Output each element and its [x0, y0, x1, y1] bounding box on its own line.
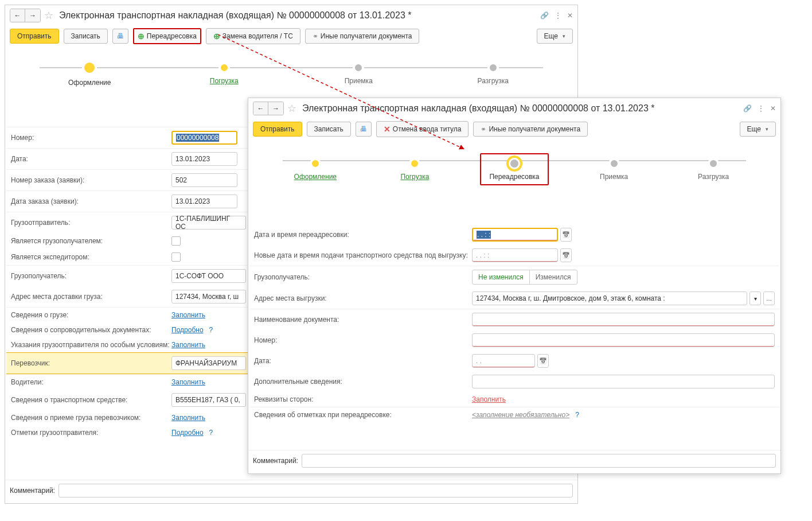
stage2-dot-3 [509, 158, 520, 169]
num2-input[interactable] [472, 333, 775, 347]
calendar-icon[interactable] [560, 228, 572, 242]
comment-input[interactable] [58, 484, 573, 497]
comment-row: Комментарий: [5, 480, 577, 501]
comment-input-2[interactable] [302, 454, 776, 468]
notes-link[interactable]: Подробно [171, 429, 204, 437]
more-icon-2[interactable]: ⋮ [758, 104, 764, 112]
stage-label-3: Приемка [345, 77, 373, 85]
cancel-title-button[interactable]: ✕Отмена ввода титула [376, 121, 469, 137]
accept-link[interactable]: Заполнить [171, 414, 205, 422]
dropdown-button[interactable]: ▾ [749, 291, 761, 305]
docname-input[interactable] [472, 313, 775, 326]
close-icon[interactable]: ✕ [567, 11, 573, 20]
carrier-label: Перевозчик: [11, 359, 171, 367]
is-forwarder-checkbox[interactable] [171, 252, 181, 262]
recipients-button-2[interactable]: ⚭Иные получатели документа [473, 122, 588, 137]
ellipsis-button[interactable]: … [763, 291, 775, 305]
consignee-label: Грузополучатель: [11, 272, 171, 280]
stage-label-2[interactable]: Погрузка [210, 77, 239, 85]
calendar-icon[interactable] [537, 354, 549, 368]
redirect-button[interactable]: ⊕Переадресовка [133, 28, 201, 44]
is-consignee-checkbox[interactable] [171, 236, 181, 246]
nav-forward[interactable]: → [25, 9, 40, 22]
date2-label: Дата: [254, 357, 472, 365]
unload-addr-input[interactable]: 127434, Москва г, ш. Дмитровское, дом 9,… [472, 291, 747, 305]
recipients-button[interactable]: ⚭Иные получатели документа [305, 29, 420, 44]
send-button-2[interactable]: Отправить [253, 122, 302, 137]
order-num-input[interactable]: 502 [171, 173, 237, 187]
stage2-dot-1 [310, 158, 321, 169]
nav-back-2[interactable]: ← [253, 102, 268, 115]
toolbar: Отправить Записать 🖶 ⊕Переадресовка ⊕Зам… [5, 26, 577, 50]
extra-input[interactable] [472, 375, 775, 388]
link-icon[interactable]: 🔗 [540, 11, 549, 20]
help-icon[interactable]: ? [575, 411, 579, 419]
parties-link[interactable]: Заполнить [472, 395, 506, 403]
consignee-toggle: Не изменилсяИзменился [472, 270, 577, 285]
save-button[interactable]: Записать [64, 29, 108, 44]
shipper-input[interactable]: 1С-ПАБЛИШИНГ ОС [171, 216, 246, 230]
toolbar-2: Отправить Записать 🖶 ✕Отмена ввода титул… [248, 119, 780, 143]
favorite-icon-2[interactable]: ☆ [287, 102, 296, 115]
new-dt-label: Новые дата и время подачи транспортного … [254, 251, 472, 259]
window-title: Электронная транспортная накладная (вход… [59, 10, 537, 21]
titlebar-2: ← → ☆ Электронная транспортная накладная… [248, 98, 780, 119]
drivers-link[interactable]: Заполнить [171, 378, 205, 386]
print-icon: 🖶 [360, 125, 367, 133]
more-button[interactable]: Еще [537, 29, 573, 44]
change-driver-label: Замена водителя / ТС [222, 32, 293, 40]
nav-back[interactable]: ← [10, 9, 25, 22]
stage2-label-2[interactable]: Погрузка [400, 173, 429, 181]
date-input[interactable]: 13.01.2023 [171, 152, 237, 166]
more-icon[interactable]: ⋮ [555, 11, 561, 20]
date2-input[interactable]: . . [472, 354, 535, 368]
addr-input[interactable]: 127434, Москва г, ш [171, 290, 246, 304]
stage-dot-2 [218, 62, 230, 73]
save-button-2[interactable]: Записать [307, 122, 351, 137]
close-icon-2[interactable]: ✕ [770, 104, 776, 112]
people-icon: ⚭ [481, 125, 486, 133]
marks-link[interactable]: <заполнение необязательно> [472, 411, 569, 419]
print-button-2[interactable]: 🖶 [356, 122, 372, 137]
help-icon[interactable]: ? [209, 326, 213, 334]
carrier-input[interactable]: ФРАНЧАЙЗАРИУМ [171, 356, 246, 370]
stage2-label-4: Приемка [600, 173, 628, 181]
toggle-changed[interactable]: Изменился [529, 270, 577, 284]
stage2-label-1[interactable]: Оформление [294, 173, 337, 181]
send-button[interactable]: Отправить [10, 29, 59, 44]
print-button[interactable]: 🖶 [112, 29, 128, 44]
cancel-title-label: Отмена ввода титула [393, 125, 462, 133]
print-icon: 🖶 [117, 32, 124, 40]
vehicle-input[interactable]: В555ЕН187, ГАЗ ( 0, [171, 393, 246, 407]
plus-icon: ⊕ [138, 32, 145, 41]
consignee2-label: Грузополучатель: [254, 273, 472, 281]
extra-label: Дополнительные сведения: [254, 378, 472, 386]
change-driver-button[interactable]: ⊕Замена водителя / ТС [206, 28, 300, 44]
notes-label: Отметки грузоотправителя: [11, 429, 171, 437]
redir-dt-input[interactable]: . . : : [472, 228, 558, 242]
stage2-label-5: Разгрузка [698, 173, 729, 181]
docs-link[interactable]: Подробно [171, 326, 204, 334]
nav-forward-2[interactable]: → [268, 102, 283, 115]
order-date-input[interactable]: 13.01.2023 [171, 195, 237, 208]
drivers-label: Водители: [11, 378, 171, 386]
shipper-label: Грузоотправитель: [11, 219, 171, 227]
new-dt-input[interactable]: . . : : [472, 248, 558, 262]
favorite-icon[interactable]: ☆ [44, 9, 53, 22]
link-icon-2[interactable]: 🔗 [743, 104, 752, 112]
instr-link[interactable]: Заполнить [171, 341, 205, 349]
cargo-link[interactable]: Заполнить [171, 311, 205, 319]
vehicle-label: Сведения о транспортном средстве: [11, 396, 171, 404]
more-button-2[interactable]: Еще [740, 122, 776, 137]
x-icon: ✕ [384, 125, 391, 134]
recipients-label: Иные получатели документа [321, 32, 412, 40]
toggle-same[interactable]: Не изменился [473, 270, 529, 284]
nav-buttons-2: ← → [253, 102, 284, 115]
stage2-dot-4 [608, 158, 620, 169]
consignee-input[interactable]: 1С-СОФТ ООО [171, 269, 246, 283]
parties-label: Реквизиты сторон: [254, 395, 472, 403]
calendar-icon[interactable] [560, 248, 572, 262]
help-icon[interactable]: ? [209, 429, 213, 437]
is-forwarder-label: Является экспедитором: [11, 253, 171, 261]
number-input[interactable]: 00000000008 [171, 131, 237, 145]
